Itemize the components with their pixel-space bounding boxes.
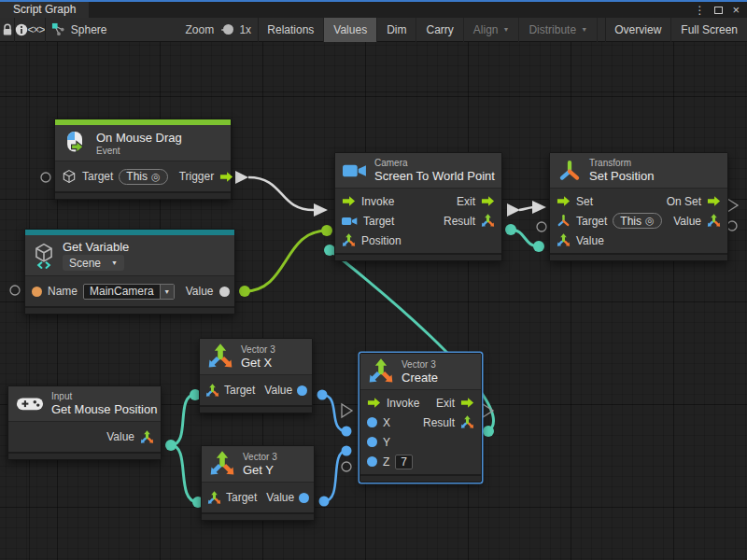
node-footer (200, 405, 312, 413)
node-title: On Mouse Drag (96, 131, 182, 145)
port-name-input[interactable] (32, 287, 42, 297)
z-value-field[interactable]: 7 (395, 455, 413, 469)
port-label-invoke: Invoke (387, 397, 419, 410)
vector3-port-icon[interactable] (207, 491, 221, 505)
node-category: Vector 3 (243, 452, 277, 462)
node-get-variable[interactable]: Get Variable Scene ▼ Name MainCamera ▼ V… (24, 229, 235, 315)
caret-down-icon: ▼ (111, 259, 118, 266)
zoom-slider-handle[interactable] (223, 24, 233, 35)
control-output-arrow-icon[interactable] (481, 194, 495, 208)
control-output-arrow-icon[interactable] (460, 396, 474, 410)
this-object-selector[interactable]: This ◎ (119, 169, 167, 185)
node-footer (550, 253, 727, 260)
this-label: This (620, 215, 641, 228)
port-label-x: X (383, 416, 390, 429)
port-label-target: Target (82, 170, 113, 183)
variable-name-field[interactable]: MainCamera ▼ (83, 284, 175, 300)
port-y-input[interactable] (367, 437, 377, 447)
tab-script-graph[interactable]: Script Graph (0, 2, 89, 18)
transform-icon (557, 159, 582, 183)
code-x-button[interactable]: <×> (28, 18, 45, 42)
caret-down-icon: ▼ (163, 288, 170, 295)
unity-variable-icon (33, 243, 55, 269)
node-on-mouse-drag[interactable]: On Mouse Drag Event Target This ◎ Trigge… (54, 119, 232, 200)
port-label-target: Target (576, 215, 607, 228)
node-title: Screen To World Point (374, 169, 493, 183)
node-category: Camera (374, 158, 493, 168)
port-value-output[interactable] (299, 493, 309, 503)
port-label-value: Value (186, 285, 214, 298)
port-label-value: Value (266, 491, 294, 504)
this-object-selector[interactable]: This ◎ (613, 213, 661, 229)
object-picker-icon[interactable]: ◎ (151, 171, 161, 183)
close-icon[interactable]: × (732, 4, 740, 16)
port-label-exit: Exit (436, 397, 455, 410)
relations-button[interactable]: Relations (258, 18, 324, 42)
vector3-port-icon[interactable] (460, 415, 474, 429)
maximize-icon[interactable] (714, 7, 723, 14)
vector3-port-icon[interactable] (557, 233, 571, 247)
carry-button[interactable]: Carry (416, 18, 463, 42)
variable-scope-dropdown[interactable]: Scene ▼ (63, 255, 124, 271)
control-output-arrow-icon[interactable] (707, 194, 721, 208)
node-title: Get X (241, 356, 275, 370)
port-label-position: Position (361, 234, 402, 247)
lock-button[interactable] (0, 18, 14, 42)
caret-down-icon: ▼ (503, 26, 510, 33)
vector3-icon (209, 451, 235, 477)
zoom-slider[interactable] (221, 29, 229, 31)
window-menu-icon[interactable]: ⋮ (694, 5, 705, 16)
port-label-result: Result (444, 215, 475, 228)
port-z-input[interactable] (367, 456, 377, 467)
port-value-output[interactable] (297, 385, 307, 396)
cube-icon[interactable] (62, 169, 77, 184)
variable-name-value: MainCamera (84, 285, 160, 299)
node-category: Transform (589, 158, 654, 168)
port-label-z: Z (383, 455, 389, 469)
port-label-name: Name (48, 285, 78, 298)
port-label-value: Value (264, 384, 292, 397)
port-label-on-set: On Set (667, 195, 701, 208)
transform-port-icon[interactable] (557, 214, 571, 228)
info-button[interactable] (15, 18, 28, 42)
overview-button[interactable]: Overview (605, 18, 671, 42)
port-label-target: Target (224, 384, 255, 397)
vector3-port-icon[interactable] (205, 384, 219, 398)
node-category: Vector 3 (241, 344, 275, 355)
align-button[interactable]: Align▼ (464, 18, 520, 42)
graph-breadcrumb[interactable]: Sphere (71, 23, 107, 36)
node-footer (202, 512, 314, 520)
values-button[interactable]: Values (324, 18, 377, 42)
port-value-output[interactable] (219, 287, 230, 297)
camera-icon (343, 162, 367, 179)
full-screen-button[interactable]: Full Screen (671, 18, 747, 42)
control-input-arrow-icon[interactable] (342, 194, 356, 208)
node-title: Get Mouse Position (51, 402, 152, 416)
mouse-drag-icon (63, 130, 89, 156)
caret-down-icon: ▼ (581, 26, 587, 33)
vector3-port-icon[interactable] (342, 233, 356, 247)
zoom-label: Zoom (186, 23, 215, 36)
port-label-invoke: Invoke (361, 195, 394, 208)
object-picker-icon[interactable]: ◎ (645, 215, 655, 227)
node-get-mouse-position[interactable]: Input Get Mouse Position Value (7, 385, 162, 460)
dim-button[interactable]: Dim (377, 18, 416, 42)
node-get-y[interactable]: Vector 3 Get Y Target Value (201, 445, 315, 521)
node-set-position[interactable]: Transform Set Position Set On Set Target… (549, 152, 728, 261)
camera-port-icon[interactable] (342, 216, 358, 227)
port-label-value-out: Value (673, 215, 701, 228)
node-get-x[interactable]: Vector 3 Get X Target Value (199, 338, 313, 413)
control-output-arrow-icon[interactable] (219, 170, 233, 184)
node-screen-to-world-point[interactable]: Camera Screen To World Point Invoke Exit… (334, 152, 502, 261)
port-label-value: Value (106, 430, 134, 443)
node-vector3-create[interactable]: Vector 3 Create Invoke Exit X Result (359, 353, 482, 483)
vector3-port-icon[interactable] (707, 214, 721, 228)
vector3-port-icon[interactable] (140, 430, 154, 444)
vector3-port-icon[interactable] (481, 214, 495, 228)
control-input-arrow-icon[interactable] (557, 194, 571, 208)
node-title: Get Variable (63, 240, 129, 254)
port-x-input[interactable] (367, 417, 377, 427)
distribute-button[interactable]: Distribute▼ (519, 18, 598, 42)
tab-bar: Script Graph ⋮ × (0, 2, 747, 18)
control-input-arrow-icon[interactable] (367, 396, 381, 410)
